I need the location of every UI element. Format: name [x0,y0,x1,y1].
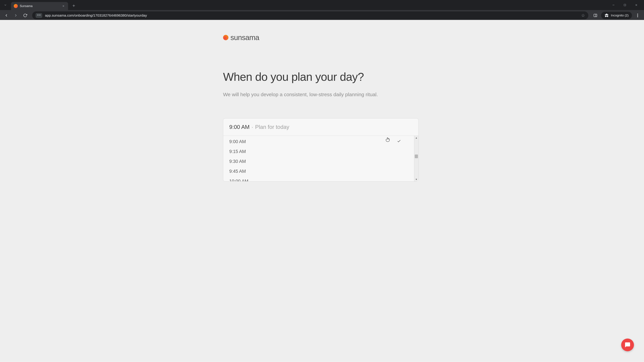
browser-tab[interactable]: Sunsama [11,2,68,10]
side-panel-icon[interactable] [592,12,599,19]
svg-rect-6 [37,14,38,15]
check-icon [397,139,401,144]
page-heading: When do you plan your day? [223,70,421,83]
svg-point-13 [637,15,638,16]
svg-point-14 [637,16,638,17]
svg-rect-3 [624,4,626,6]
time-option-label: 9:30 AM [229,159,246,164]
sunsama-logo: sunsama [223,33,421,42]
time-option-label: 10:00 AM [229,179,248,181]
time-option-label: 9:00 AM [229,139,246,144]
minimize-button[interactable] [610,1,617,9]
incognito-badge[interactable]: Incognito (2) [601,12,632,19]
time-option[interactable]: 9:45 AM [223,166,414,176]
address-bar[interactable]: app.sunsama.com/onboarding/1703182764469… [32,11,588,19]
scroll-down-arrow-icon[interactable]: ▼ [414,177,418,181]
time-dropdown-list: 9:00 AM 9:15 AM 9:30 AM 9:45 AM [223,136,418,181]
url-text: app.sunsama.com/onboarding/1703182764469… [45,13,578,17]
scroll-thumb[interactable] [415,155,418,158]
page-subtext: We will help you develop a consistent, l… [223,91,401,98]
sunsama-logo-text: sunsama [230,33,259,42]
tab-bar: Sunsama + [0,0,644,10]
back-button[interactable] [3,12,10,19]
browser-menu-button[interactable] [634,12,641,19]
svg-rect-8 [39,14,40,15]
separator: · [252,124,253,130]
time-selector: 9:00 AM · Plan for today 9:00 AM 9:15 AM [223,118,418,182]
chat-icon [624,342,630,348]
new-tab-button[interactable]: + [70,2,78,9]
time-option[interactable]: 9:15 AM [223,147,414,157]
time-option-label: 9:15 AM [229,149,246,154]
close-window-button[interactable] [632,1,640,9]
svg-point-12 [637,14,638,14]
selected-time-value: 9:00 AM [229,124,250,130]
time-option-label: 9:45 AM [229,169,246,174]
window-controls [610,1,644,9]
selected-time-label: Plan for today [255,124,289,130]
incognito-label: Incognito (2) [611,13,628,17]
site-info-icon[interactable] [36,13,42,18]
svg-rect-9 [39,15,40,16]
page-content: sunsama When do you plan your day? We wi… [0,20,644,361]
browser-toolbar: app.sunsama.com/onboarding/1703182764469… [0,10,644,21]
sunsama-logo-icon [223,35,228,40]
selected-time-display[interactable]: 9:00 AM · Plan for today [223,118,418,136]
svg-rect-10 [594,14,597,17]
time-option[interactable]: 9:30 AM [223,157,414,166]
chat-support-button[interactable] [621,339,634,351]
time-option[interactable]: 10:00 AM [223,176,414,181]
reload-button[interactable] [22,12,29,19]
scrollbar[interactable]: ▲ ▼ [414,136,418,181]
svg-rect-7 [37,15,38,16]
tab-search-button[interactable] [2,1,9,9]
maximize-button[interactable] [621,1,628,9]
time-option[interactable]: 9:00 AM [223,136,414,147]
tab-favicon-icon [14,4,18,8]
forward-button[interactable] [12,12,20,19]
bookmark-star-icon[interactable]: ☆ [581,13,585,18]
tab-title: Sunsama [20,4,59,8]
tab-close-button[interactable] [62,4,66,8]
scroll-up-arrow-icon[interactable]: ▲ [414,136,418,140]
incognito-icon [604,13,609,17]
browser-chrome: Sunsama + [0,0,644,20]
